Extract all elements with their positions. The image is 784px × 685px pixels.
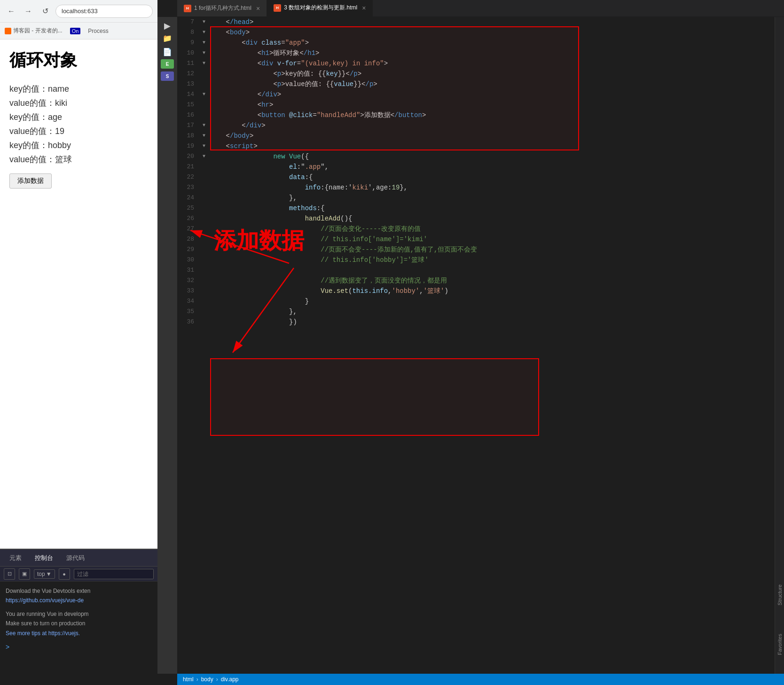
- line-content-16: <button @click="handleAdd">添加数据</button>: [208, 110, 775, 120]
- breadcrumb-divapp: div.app: [221, 676, 239, 683]
- tab-close-2[interactable]: ×: [362, 4, 366, 12]
- line-number-14: 14: [177, 89, 200, 100]
- line-number-11: 11: [177, 58, 200, 69]
- sidebar-chart-icon[interactable]: E: [161, 59, 174, 69]
- browser-content-area: 循环对象 key的值：name value的值：kiki key的值：age v…: [0, 39, 157, 549]
- tab-close-1[interactable]: ×: [256, 5, 260, 12]
- editor-tab-2[interactable]: H 3 数组对象的检测与更新.html ×: [267, 0, 373, 16]
- devtools-tab-elements[interactable]: 元素: [4, 552, 27, 564]
- line-number-7: 7: [177, 17, 200, 27]
- devtools-tab-sources[interactable]: 源代码: [61, 552, 90, 564]
- page-title: 循环对象: [9, 49, 148, 72]
- line-content-25: methods:{: [208, 203, 775, 213]
- bookmark-item-on[interactable]: On: [70, 28, 81, 34]
- sidebar-folder-icon[interactable]: 📁: [163, 34, 172, 43]
- code-line-21: 21 el:".app",: [177, 162, 775, 172]
- line-arrow-11: ▼: [200, 58, 208, 69]
- editor-panel: ▶ 📁 📄 E S H 1 for循环几种方式.html × H 3 数组对象的…: [157, 0, 784, 685]
- line-number-8: 8: [177, 27, 200, 38]
- code-line-20: 20▼ new Vue({: [177, 151, 775, 162]
- line-number-36: 36: [177, 317, 200, 327]
- line-number-35: 35: [177, 307, 200, 317]
- devtools-panel: 元素 控制台 源代码 ⊡ ▣ top ▼ ● Download the Vue …: [0, 549, 157, 685]
- line-number-24: 24: [177, 193, 200, 203]
- line-number-21: 21: [177, 162, 200, 172]
- devtools-link-1[interactable]: https://github.com/vuejs/vue-de: [6, 596, 152, 605]
- favorites-label[interactable]: Favorites: [777, 634, 783, 655]
- code-body: 7▼ </head>8▼ <body>9▼ <div class="app">1…: [177, 17, 784, 674]
- sidebar-file-icon[interactable]: 📄: [163, 47, 172, 56]
- val-19: value的值：19: [9, 126, 148, 137]
- line-number-22: 22: [177, 172, 200, 182]
- editor-tabs: H 1 for循环几种方式.html × H 3 数组对象的检测与更新.html…: [177, 0, 784, 17]
- line-number-18: 18: [177, 131, 200, 141]
- address-bar[interactable]: [55, 5, 153, 18]
- devtools-filter-input[interactable]: [74, 569, 154, 579]
- line-content-34: }: [208, 296, 775, 307]
- code-line-9: 9▼ <div class="app">: [177, 38, 775, 48]
- code-line-19: 19▼ <script>: [177, 141, 775, 151]
- code-line-22: 22 data:{: [177, 172, 775, 182]
- bookmark-item-blog[interactable]: 博客园 - 开发者的...: [5, 27, 63, 35]
- line-content-31: [208, 265, 775, 276]
- line-arrow-7: ▼: [200, 17, 208, 27]
- line-number-17: 17: [177, 120, 200, 131]
- line-content-33: Vue.set(this.info,'hobby','篮球'): [208, 286, 775, 296]
- code-line-26: 26 handleAdd(){: [177, 213, 775, 224]
- bookmark-item-process[interactable]: Process: [88, 28, 108, 34]
- line-content-35: },: [208, 307, 775, 317]
- devtools-link-2[interactable]: See more tips at https://vuejs.: [6, 629, 152, 638]
- line-content-28: // this.info['name']='kimi': [208, 234, 775, 244]
- code-line-13: 13 <p>value的值: {{value}}</p>: [177, 79, 775, 89]
- line-number-25: 25: [177, 203, 200, 213]
- devtools-content: Download the Vue Devtools exten https://…: [0, 582, 157, 658]
- line-content-29: //页面不会变----添加新的值,值有了,但页面不会变: [208, 244, 775, 255]
- breadcrumb-body: body: [201, 676, 213, 683]
- line-arrow-20: ▼: [200, 151, 208, 162]
- line-number-13: 13: [177, 79, 200, 89]
- val-kiki: value的值：kiki: [9, 97, 148, 109]
- add-data-button[interactable]: 添加数据: [9, 173, 52, 189]
- line-content-19: <script>: [208, 141, 775, 151]
- code-line-14: 14▼ </div>: [177, 89, 775, 100]
- devtools-top-dropdown[interactable]: top ▼: [34, 569, 55, 579]
- line-content-10: <h1>循环对象</h1>: [208, 48, 775, 58]
- line-number-28: 28: [177, 234, 200, 244]
- devtools-cursor-icon[interactable]: ⊡: [4, 568, 15, 580]
- tab-icon-html-1: H: [184, 5, 191, 12]
- reload-button[interactable]: ↺: [39, 5, 52, 18]
- structure-label[interactable]: Structure: [777, 584, 783, 606]
- devtools-mobile-icon[interactable]: ▣: [19, 568, 30, 580]
- key-age: key的值：age: [9, 111, 148, 123]
- line-number-19: 19: [177, 141, 200, 151]
- tab-icon-html-2: H: [274, 4, 281, 12]
- line-content-36: }): [208, 317, 775, 327]
- devtools-eye-button[interactable]: ●: [59, 568, 70, 580]
- devtools-tab-console[interactable]: 控制台: [29, 552, 59, 564]
- right-sidebar: Structure Favorites: [775, 17, 784, 674]
- line-number-29: 29: [177, 244, 200, 255]
- back-button[interactable]: ←: [5, 5, 18, 18]
- key-hobby: key的值：hobby: [9, 140, 148, 151]
- line-content-15: <hr>: [208, 100, 775, 110]
- line-number-34: 34: [177, 296, 200, 307]
- code-line-8: 8▼ <body>: [177, 27, 775, 38]
- line-arrow-18: ▼: [200, 131, 208, 141]
- sidebar-explorer-icon[interactable]: ▶: [164, 21, 171, 31]
- editor-tab-1[interactable]: H 1 for循环几种方式.html ×: [177, 0, 267, 16]
- bookmarks-bar: 博客园 - 开发者的... On Process: [0, 23, 157, 39]
- sidebar-strip: ▶ 📁 📄 E S: [157, 17, 177, 674]
- line-content-20: new Vue({: [208, 151, 775, 162]
- left-panel: ← → ↺ 博客园 - 开发者的... On Process 循环对象 key的…: [0, 0, 157, 685]
- browser-toolbar: ← → ↺: [0, 0, 157, 23]
- line-content-24: },: [208, 193, 775, 203]
- line-content-9: <div class="app">: [208, 38, 775, 48]
- code-line-23: 23 info:{name:'kiki',age:19},: [177, 182, 775, 193]
- line-content-23: info:{name:'kiki',age:19},: [208, 182, 775, 193]
- breadcrumb-bar: html › body › div.app: [177, 674, 784, 685]
- code-editor[interactable]: 7▼ </head>8▼ <body>9▼ <div class="app">1…: [177, 17, 775, 674]
- sidebar-s-icon[interactable]: S: [161, 71, 174, 81]
- forward-button[interactable]: →: [22, 5, 35, 18]
- devtools-msg-3: You are running Vue in developm: [6, 609, 152, 619]
- line-content-22: data:{: [208, 172, 775, 182]
